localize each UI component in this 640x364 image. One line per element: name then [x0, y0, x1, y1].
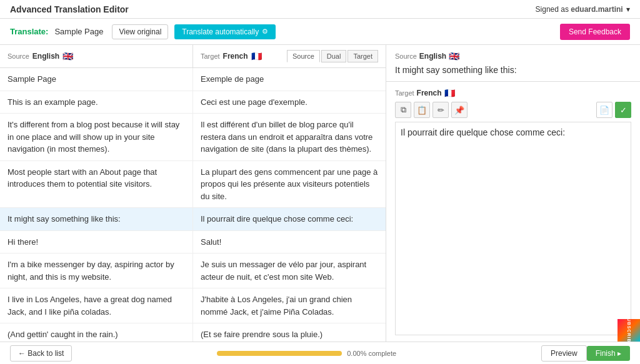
- back-to-list-button[interactable]: ← Back to list: [10, 345, 72, 362]
- view-tabs: Source Dual Target: [287, 50, 378, 62]
- tab-target[interactable]: Target: [348, 50, 378, 62]
- target-cell[interactable]: Il pourrait dire quelque chose comme cec…: [193, 208, 386, 230]
- target-cell[interactable]: J'habite à Los Angeles, j'ai un grand ch…: [193, 288, 386, 323]
- preview-source-text: It might say something like this:: [395, 65, 631, 75]
- source-cell: (And gettin' caught in the rain.): [0, 323, 193, 342]
- source-column-header: Source English 🇬🇧: [0, 45, 193, 67]
- paste-tool-button[interactable]: 📋: [414, 102, 430, 118]
- settings-icon: ⚙: [262, 27, 268, 36]
- main-area: Source English 🇬🇧 Target French 🇫🇷 Sourc…: [0, 45, 640, 342]
- source-cell: It's different from a blog post because …: [0, 114, 193, 160]
- source-flag: 🇬🇧: [62, 51, 73, 61]
- table-row[interactable]: I'm a bike messenger by day, aspiring ac…: [0, 253, 386, 288]
- source-cell: I'm a bike messenger by day, aspiring ac…: [0, 253, 193, 288]
- source-cell: This is an example page.: [0, 91, 193, 114]
- page-name: Sample Page: [54, 27, 103, 36]
- preview-target-lang: Target French 🇫🇷: [395, 88, 631, 98]
- main-toolbar: Translate: Sample Page View original Tra…: [0, 19, 640, 45]
- editor-panel: Source English 🇬🇧 Target French 🇫🇷 Sourc…: [0, 45, 386, 342]
- source-label: Source: [8, 52, 29, 60]
- preview-target-flag: 🇫🇷: [444, 88, 455, 98]
- subscribe-label: SUBSCRIBE: [627, 315, 631, 346]
- target-lang-label: French: [223, 52, 248, 61]
- translate-auto-button[interactable]: Translate automatically ⚙: [174, 24, 276, 39]
- table-row[interactable]: It might say something like this:Il pour…: [0, 208, 386, 231]
- app-header: Advanced Translation Editor Signed as ed…: [0, 0, 640, 19]
- editor-header: Source English 🇬🇧 Target French 🇫🇷 Sourc…: [0, 45, 386, 68]
- preview-source-section: Source English 🇬🇧 It might say something…: [386, 45, 640, 82]
- target-cell[interactable]: (Et se faire prendre sous la pluie.): [193, 323, 386, 342]
- progress-text: 0.00% complete: [347, 350, 396, 357]
- target-label: Target: [201, 52, 220, 60]
- target-cell[interactable]: Exemple de page: [193, 68, 386, 91]
- table-row[interactable]: It's different from a blog post because …: [0, 114, 386, 161]
- target-cell[interactable]: Il est différent d'un billet de blog par…: [193, 114, 386, 160]
- preview-source-flag: 🇬🇧: [449, 51, 459, 61]
- pin-tool-button[interactable]: 📌: [451, 102, 468, 118]
- confirm-button[interactable]: ✓: [615, 102, 631, 118]
- user-info: Signed as eduard.martini ▾: [536, 5, 630, 14]
- username: eduard.martini: [571, 5, 622, 14]
- file-tool-button[interactable]: 📄: [596, 102, 612, 118]
- user-dropdown-arrow[interactable]: ▾: [626, 5, 630, 14]
- finish-button[interactable]: Finish ▸: [587, 346, 630, 361]
- table-row[interactable]: Hi there!Salut!: [0, 231, 386, 254]
- app-title: Advanced Translation Editor: [10, 4, 129, 14]
- target-cell[interactable]: Je suis un messager de vélo par jour, as…: [193, 253, 386, 288]
- view-original-button[interactable]: View original: [112, 24, 168, 39]
- subscribe-button[interactable]: SUBSCRIBE: [618, 319, 640, 342]
- table-row[interactable]: I live in Los Angeles, have a great dog …: [0, 288, 386, 323]
- send-feedback-button[interactable]: Send Feedback: [560, 24, 630, 40]
- progress-bar: [217, 351, 342, 356]
- source-cell: Most people start with an About page tha…: [0, 161, 193, 208]
- preview-source-label: Source: [395, 52, 417, 60]
- target-translation-textarea[interactable]: Il pourrait dire quelque chose comme cec…: [395, 122, 631, 335]
- source-cell: I live in Los Angeles, have a great dog …: [0, 288, 193, 323]
- table-row[interactable]: Sample PageExemple de page: [0, 68, 386, 91]
- preview-panel: Source English 🇬🇧 It might say something…: [386, 45, 640, 342]
- source-cell: It might say something like this:: [0, 208, 193, 230]
- source-lang-label: English: [32, 52, 59, 61]
- tab-dual[interactable]: Dual: [321, 50, 347, 62]
- source-cell: Sample Page: [0, 68, 193, 91]
- progress-section: 0.00% complete: [72, 350, 541, 357]
- translate-label: Translate:: [10, 27, 48, 36]
- preview-source-lang-label: English: [419, 52, 446, 61]
- target-column-header: Target French 🇫🇷 Source Dual Target: [193, 45, 386, 67]
- target-cell[interactable]: Ceci est une page d'exemple.: [193, 91, 386, 114]
- preview-button[interactable]: Preview: [541, 345, 587, 362]
- tab-source[interactable]: Source: [287, 50, 320, 62]
- target-cell[interactable]: Salut!: [193, 231, 386, 253]
- preview-target-label: Target: [395, 89, 414, 97]
- preview-source-lang: Source English 🇬🇧: [395, 51, 631, 61]
- editor-rows: Sample PageExemple de pageThis is an exa…: [0, 68, 386, 342]
- table-row[interactable]: (And gettin' caught in the rain.)(Et se …: [0, 323, 386, 342]
- target-flag: 🇫🇷: [251, 51, 262, 61]
- preview-toolbar: ⧉ 📋 ✏ 📌 📄 ✓: [395, 102, 631, 118]
- preview-target-section: Target French 🇫🇷 ⧉ 📋 ✏ 📌 📄 ✓ Il pourrait…: [386, 82, 640, 342]
- app-footer: ← Back to list 0.00% complete Preview Fi…: [0, 342, 640, 364]
- edit-tool-button[interactable]: ✏: [432, 102, 449, 118]
- copy-tool-button[interactable]: ⧉: [395, 102, 411, 118]
- target-cell[interactable]: La plupart des gens commencent par une p…: [193, 161, 386, 208]
- source-cell: Hi there!: [0, 231, 193, 253]
- preview-target-lang-label: French: [417, 89, 442, 97]
- table-row[interactable]: Most people start with an About page tha…: [0, 161, 386, 209]
- table-row[interactable]: This is an example page.Ceci est une pag…: [0, 91, 386, 114]
- translate-auto-label: Translate automatically: [182, 27, 259, 36]
- signed-as-label: Signed as: [536, 5, 569, 14]
